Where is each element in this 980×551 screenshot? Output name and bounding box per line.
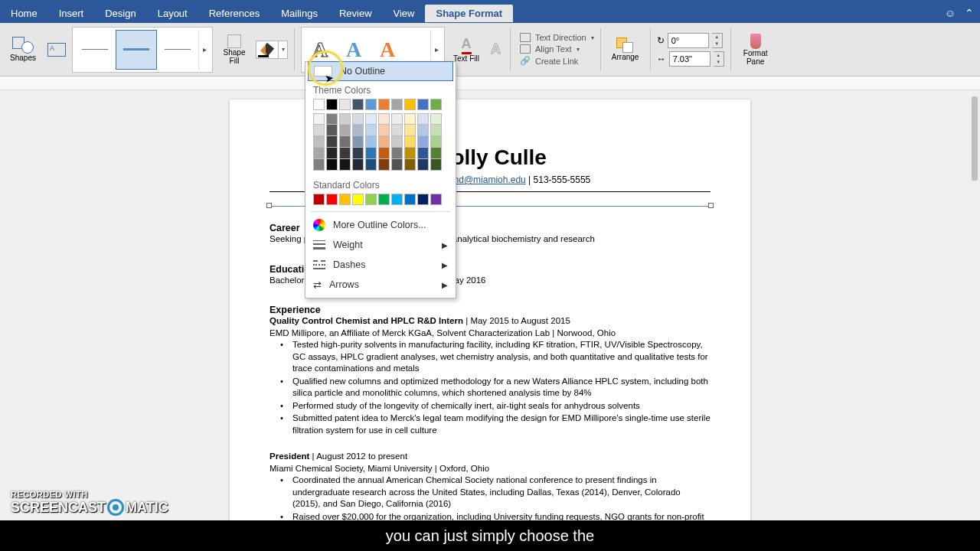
resize-handle-right[interactable] [708, 203, 714, 208]
color-swatch[interactable] [430, 148, 442, 159]
rotation-spinner[interactable]: ▲▼ [712, 33, 723, 48]
color-swatch[interactable] [404, 113, 416, 125]
textbox-button[interactable]: A [44, 43, 69, 57]
tab-layout[interactable]: Layout [147, 5, 198, 22]
weight-item[interactable]: Weight▶ [305, 235, 456, 255]
color-swatch[interactable] [391, 99, 403, 110]
color-swatch[interactable] [352, 125, 364, 136]
color-swatch[interactable] [365, 194, 377, 205]
gallery-more-icon[interactable]: ▸ [198, 30, 211, 70]
color-swatch[interactable] [365, 125, 377, 136]
wordart-style-2[interactable]: A [337, 37, 371, 62]
collapse-ribbon-icon[interactable]: ⌃ [965, 7, 974, 19]
color-swatch[interactable] [417, 136, 429, 148]
color-swatch[interactable] [352, 99, 364, 110]
document-area[interactable]: Molly Culle io 45208 | cullemd@miamioh.e… [0, 90, 980, 520]
color-swatch[interactable] [404, 159, 416, 171]
color-swatch[interactable] [417, 148, 429, 159]
create-link-button[interactable]: 🔗Create Link [520, 56, 594, 66]
color-swatch[interactable] [391, 113, 403, 125]
shape-outline-button[interactable]: ▾ [256, 41, 288, 59]
color-swatch[interactable] [339, 99, 351, 110]
shape-outline-dropdown-arrow[interactable]: ▾ [279, 41, 288, 59]
width-input[interactable] [669, 51, 710, 67]
vertical-scrollbar[interactable] [971, 93, 978, 517]
shape-style-1[interactable] [74, 30, 116, 70]
color-swatch[interactable] [378, 113, 390, 125]
color-swatch[interactable] [313, 194, 325, 205]
color-swatch[interactable] [352, 136, 364, 148]
color-swatch[interactable] [430, 194, 442, 205]
tab-insert[interactable]: Insert [48, 5, 95, 22]
account-icon[interactable]: ☺ [945, 7, 956, 19]
color-swatch[interactable] [391, 194, 403, 205]
color-swatch[interactable] [391, 136, 403, 148]
color-swatch[interactable] [339, 159, 351, 171]
color-swatch[interactable] [339, 194, 351, 205]
shape-style-3[interactable] [157, 30, 198, 70]
text-outline-button[interactable]: A [488, 41, 504, 57]
format-pane-button[interactable]: Format Pane [737, 27, 774, 73]
color-swatch[interactable] [430, 125, 442, 136]
color-swatch[interactable] [365, 159, 377, 171]
shape-style-2[interactable] [116, 30, 157, 70]
color-swatch[interactable] [391, 159, 403, 171]
color-swatch[interactable] [326, 148, 338, 159]
color-swatch[interactable] [404, 136, 416, 148]
tab-mailings[interactable]: Mailings [270, 5, 328, 22]
text-direction-button[interactable]: Text Direction▾ [520, 33, 594, 42]
color-swatch[interactable] [326, 194, 338, 205]
color-swatch[interactable] [365, 136, 377, 148]
color-swatch[interactable] [378, 136, 390, 148]
resize-handle-left[interactable] [266, 203, 272, 208]
tab-shape-format[interactable]: Shape Format [425, 5, 513, 22]
color-swatch[interactable] [313, 99, 325, 110]
color-swatch[interactable] [430, 159, 442, 171]
color-swatch[interactable] [339, 148, 351, 159]
color-swatch[interactable] [378, 159, 390, 171]
color-swatch[interactable] [339, 113, 351, 125]
color-swatch[interactable] [417, 125, 429, 136]
color-swatch[interactable] [352, 194, 364, 205]
more-outline-colors-item[interactable]: More Outline Colors... [305, 215, 456, 235]
color-swatch[interactable] [404, 148, 416, 159]
color-swatch[interactable] [378, 194, 390, 205]
color-swatch[interactable] [326, 159, 338, 171]
color-swatch[interactable] [352, 159, 364, 171]
rotation-input[interactable] [668, 33, 709, 48]
color-swatch[interactable] [313, 148, 325, 159]
color-swatch[interactable] [326, 136, 338, 148]
color-swatch[interactable] [417, 159, 429, 171]
color-swatch[interactable] [313, 136, 325, 148]
arrange-button[interactable]: Arrange [607, 27, 644, 73]
color-swatch[interactable] [391, 148, 403, 159]
color-swatch[interactable] [430, 113, 442, 125]
color-swatch[interactable] [417, 194, 429, 205]
color-swatch[interactable] [378, 99, 390, 110]
wordart-style-3[interactable]: A [371, 37, 404, 62]
color-swatch[interactable] [326, 113, 338, 125]
color-swatch[interactable] [352, 148, 364, 159]
tab-home[interactable]: Home [0, 5, 48, 22]
scrollbar-thumb[interactable] [972, 96, 978, 181]
color-swatch[interactable] [430, 99, 442, 110]
color-swatch[interactable] [391, 125, 403, 136]
shape-styles-gallery[interactable]: ▸ [72, 27, 213, 73]
tab-review[interactable]: Review [328, 5, 383, 22]
width-spinner[interactable]: ▲▼ [714, 51, 724, 67]
align-text-button[interactable]: Align Text▾ [520, 44, 594, 54]
color-swatch[interactable] [313, 113, 325, 125]
color-swatch[interactable] [365, 113, 377, 125]
color-swatch[interactable] [430, 136, 442, 148]
shape-fill-button[interactable]: Shape Fill [216, 27, 253, 73]
wordart-style-1[interactable]: A [303, 37, 337, 62]
arrows-item[interactable]: ⇄ Arrows▶ [305, 275, 456, 295]
color-swatch[interactable] [404, 99, 416, 110]
tab-references[interactable]: References [198, 5, 270, 22]
dashes-item[interactable]: Dashes▶ [305, 255, 456, 275]
color-swatch[interactable] [365, 148, 377, 159]
color-swatch[interactable] [365, 99, 377, 110]
color-swatch[interactable] [326, 99, 338, 110]
color-swatch[interactable] [352, 113, 364, 125]
color-swatch[interactable] [404, 125, 416, 136]
